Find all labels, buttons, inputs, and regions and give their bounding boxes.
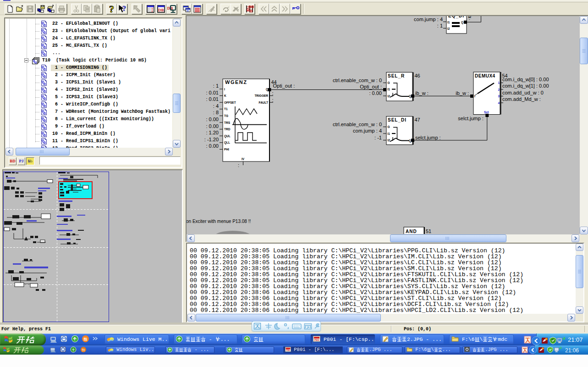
svg-text:: 1.20: : 1.20 (206, 130, 219, 135)
svg-text:: -1: : -1 (374, 135, 382, 140)
svg-text:: 0.00: : 0.00 (206, 123, 219, 129)
svg-text:ib_w :: ib_w : (415, 90, 429, 96)
svg-text:T1: T1 (224, 107, 228, 111)
svg-text:: 1: : 1 (437, 23, 443, 28)
svg-text:拍: 拍 (82, 348, 85, 351)
svg-text:Opti_out :: Opti_out : (360, 84, 382, 89)
svg-text::: : (272, 90, 274, 96)
svg-text:46: 46 (415, 73, 420, 78)
svg-text:4: 4 (498, 101, 500, 105)
svg-text:: 4: : 4 (213, 103, 219, 109)
svg-text:EQ_DI: EQ_DI (448, 16, 464, 18)
svg-text:: 0.01: : 0.01 (206, 96, 219, 102)
svg-text:12: 12 (468, 16, 472, 18)
svg-text:: 0.00: : 0.00 (369, 90, 382, 96)
svg-text:1: 1 (498, 81, 500, 84)
svg-text:Q: Q (409, 139, 411, 143)
svg-text:SEL_R: SEL_R (388, 73, 405, 78)
svg-text:DB: DB (158, 8, 164, 12)
svg-text:TG: TG (224, 114, 228, 117)
svg-text:OFFSET: OFFSET (224, 101, 236, 104)
svg-text:I1: I1 (388, 88, 390, 91)
svg-text:Sel: Sel (484, 111, 489, 114)
svg-text:IV: IV (242, 157, 245, 161)
svg-text:P80: P80 (314, 339, 319, 342)
svg-text:I2: I2 (388, 139, 390, 142)
svg-text:QUL: QUL (224, 134, 231, 138)
svg-text:com.i_dq_w[0] : 0.00: com.i_dq_w[0] : 0.00 (502, 77, 549, 82)
svg-text::: : (272, 97, 274, 103)
svg-text:拍: 拍 (83, 337, 88, 341)
svg-text:21:07: 21:07 (568, 336, 583, 343)
svg-text:Q: Q (461, 21, 463, 24)
svg-text:: 0.00: : 0.00 (206, 143, 219, 149)
svg-text:ctrl.enable_com_w : 0: ctrl.enable_com_w : 0 (333, 78, 382, 83)
svg-text:on Exciter with menue P13.08 !: on Exciter with menue P13.08 !! (187, 219, 251, 224)
svg-text:com.jump : 4: com.jump : 4 (414, 17, 443, 22)
svg-text:P80: P80 (286, 349, 290, 351)
svg-text:I2: I2 (447, 27, 450, 30)
svg-text:51: 51 (426, 228, 431, 234)
svg-text:WGENZ: WGENZ (225, 79, 247, 85)
svg-text:QLL: QLL (224, 141, 230, 145)
svg-text:: 1: : 1 (213, 83, 219, 89)
svg-text:com.add_ud_w : 0: com.add_ud_w : 0 (502, 90, 544, 95)
svg-text:47: 47 (415, 117, 420, 122)
svg-text:I: I (224, 88, 225, 91)
svg-text:com.i_dq_w[1] : 0.00: com.i_dq_w[1] : 0.00 (502, 83, 549, 89)
svg-text:com.jump : 4: com.jump : 4 (353, 128, 382, 133)
svg-text:Q: Q (266, 88, 268, 91)
svg-text:G: G (388, 81, 390, 84)
svg-text:FAULT: FAULT (259, 101, 268, 104)
svg-text:ib_w :: ib_w : (456, 90, 469, 96)
svg-text:SEL_DI: SEL_DI (388, 117, 407, 122)
svg-text:I1: I1 (388, 132, 390, 135)
svg-text:selct.jump :: selct.jump : (415, 135, 441, 140)
svg-text:2: 2 (498, 88, 500, 91)
svg-text:selct.jump :: selct.jump : (458, 116, 484, 121)
svg-text:ctrl.enable_com_w : 0: ctrl.enable_com_w : 0 (333, 122, 382, 127)
svg-text:Q: Q (409, 95, 411, 98)
svg-text:: -1.20: : -1.20 (204, 137, 219, 142)
svg-text:TRD: TRD (224, 128, 231, 131)
svg-text:AND: AND (406, 229, 417, 234)
svg-text:DEMUX4: DEMUX4 (475, 73, 495, 78)
svg-text:Opti_out :: Opti_out : (273, 83, 295, 89)
svg-text:G: G (388, 125, 390, 128)
svg-text:K: K (224, 94, 226, 97)
svg-text:: 0.01: : 0.01 (206, 90, 219, 95)
svg-text:com.add_Md_w :: com.add_Md_w : (502, 96, 541, 102)
svg-text:3: 3 (498, 95, 500, 98)
svg-text:TRS: TRS (224, 121, 231, 124)
svg-text:I1: I1 (447, 21, 450, 24)
svg-text:TRIGGER: TRIGGER (254, 94, 268, 97)
svg-text:21:06: 21:06 (565, 347, 579, 354)
svg-text:PHI: PHI (224, 148, 229, 151)
svg-text:?: ? (109, 4, 114, 14)
svg-text:: 0.00: : 0.00 (206, 117, 219, 122)
svg-text:: 8: : 8 (213, 110, 219, 115)
svg-text:I2: I2 (388, 95, 390, 98)
svg-text::: : (238, 162, 239, 168)
